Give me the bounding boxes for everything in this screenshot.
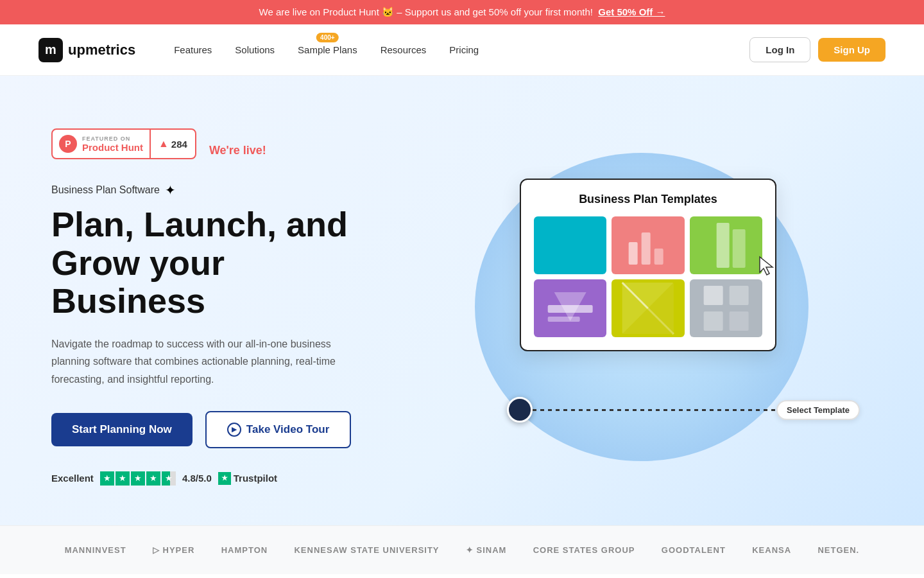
hero-heading: Plan, Launch, and Grow your Business xyxy=(51,206,424,320)
trustpilot-logo: ★ Trustpilot xyxy=(218,472,277,485)
svg-marker-15 xyxy=(760,257,773,275)
logo-hampton-text: HAMPTON xyxy=(221,545,268,555)
trust-rating: 4.8/5.0 xyxy=(182,473,212,484)
star-5: ★ xyxy=(162,471,176,486)
hero-section: P FEATURED ON Product Hunt ▲ 284 We're l… xyxy=(0,76,924,525)
hero-illustration: Business Plan Templates xyxy=(488,153,809,461)
ph-text: FEATURED ON Product Hunt xyxy=(82,136,143,153)
logo-hyper: ▷ HYPER xyxy=(153,545,194,555)
nav-resources[interactable]: Resources xyxy=(381,44,427,55)
hero-left: P FEATURED ON Product Hunt ▲ 284 We're l… xyxy=(51,128,424,486)
trustpilot-text: Trustpilot xyxy=(234,473,277,484)
star-2: ★ xyxy=(116,471,130,486)
trust-row: Excellent ★ ★ ★ ★ ★ 4.8/5.0 ★ Trustpilot xyxy=(51,471,424,486)
logo-kennesaw-text: KENNESAW STATE UNIVERSITY xyxy=(294,545,439,555)
video-tour-label: Take Video Tour xyxy=(246,423,329,436)
template-card-title: Business Plan Templates xyxy=(534,193,762,206)
promo-banner: We are live on Product Hunt 🐱 – Support … xyxy=(0,0,924,24)
template-lime[interactable] xyxy=(612,279,684,337)
star-4: ★ xyxy=(146,471,160,486)
svg-rect-11 xyxy=(703,286,723,305)
logo-hampton: HAMPTON xyxy=(221,545,268,555)
logo-manninvest: MANNINVEST xyxy=(65,545,126,555)
svg-rect-2 xyxy=(654,249,663,265)
svg-rect-3 xyxy=(716,223,729,268)
signup-button[interactable]: Sign Up xyxy=(818,38,886,62)
we-live-text: We're live! xyxy=(209,144,266,157)
nav-links: Features Solutions 400+ Sample Plans Res… xyxy=(174,44,749,56)
sample-plans-badge: 400+ xyxy=(316,33,339,42)
hero-heading-line1: Plan, Launch, and Grow your xyxy=(51,205,348,281)
template-card: Business Plan Templates xyxy=(520,179,776,351)
video-tour-button[interactable]: ▶ Take Video Tour xyxy=(205,411,351,448)
main-nav: m upmetrics Features Solutions 400+ Samp… xyxy=(0,24,924,76)
ph-row: P FEATURED ON Product Hunt ▲ 284 We're l… xyxy=(51,128,424,172)
template-teal[interactable] xyxy=(534,216,606,274)
logo-icon: m xyxy=(38,38,63,62)
logo-sinam: ✦ SINAM xyxy=(466,545,507,555)
svg-rect-1 xyxy=(642,232,651,265)
svg-rect-12 xyxy=(729,286,748,305)
ph-badge-right: ▲ 284 xyxy=(151,133,195,155)
logo-netgen: Netgen. xyxy=(817,545,859,555)
ph-arrow-icon: ▲ xyxy=(158,138,169,150)
ph-badge: P FEATURED ON Product Hunt ▲ 284 xyxy=(51,128,196,159)
logo-core-states: CORE STATES GROUP xyxy=(533,545,635,555)
nav-sample-plans[interactable]: Sample Plans xyxy=(298,44,357,55)
logo-text: upmetrics xyxy=(68,42,135,58)
start-planning-button[interactable]: Start Planning Now xyxy=(51,413,193,446)
play-icon: ▶ xyxy=(227,423,241,437)
nav-solutions[interactable]: Solutions xyxy=(235,44,275,55)
star-3: ★ xyxy=(131,471,145,486)
hero-description: Navigate the roadmap to success with our… xyxy=(51,335,372,388)
subtitle-line: Business Plan Software ✦ xyxy=(51,182,424,198)
hero-heading-line2: Business xyxy=(51,281,205,320)
template-gray[interactable] xyxy=(690,279,762,337)
template-purple[interactable] xyxy=(534,279,606,337)
logo-keansa: Keansa xyxy=(752,545,791,555)
ph-name: Product Hunt xyxy=(82,142,143,153)
template-grid xyxy=(534,216,762,337)
ph-featured-label: FEATURED ON xyxy=(82,136,143,142)
logo-link[interactable]: m upmetrics xyxy=(38,38,135,62)
logo-core-states-text: CORE STATES GROUP xyxy=(533,545,635,555)
logo-netgen-text: Netgen. xyxy=(817,545,859,555)
trust-stars: ★ ★ ★ ★ ★ xyxy=(100,471,176,486)
nav-buttons: Log In Sign Up xyxy=(749,37,886,62)
cta-row: Start Planning Now ▶ Take Video Tour xyxy=(51,411,424,448)
subtitle-text: Business Plan Software xyxy=(51,184,160,196)
template-pink[interactable] xyxy=(612,216,684,274)
select-line xyxy=(533,409,776,411)
select-template-label[interactable]: Select Template xyxy=(776,400,860,420)
ph-icon: P xyxy=(59,135,77,153)
banner-text: We are live on Product Hunt 🐱 – Support … xyxy=(259,6,593,17)
logos-bar: MANNINVEST ▷ HYPER HAMPTON KENNESAW STAT… xyxy=(0,525,924,574)
svg-rect-14 xyxy=(729,311,748,331)
logo-goodtalent-text: goodtalent xyxy=(662,545,726,555)
trust-excellent: Excellent xyxy=(51,473,94,484)
sparkle-icon: ✦ xyxy=(165,182,176,198)
tp-star-icon: ★ xyxy=(218,472,231,485)
banner-cta[interactable]: Get 50% Off → xyxy=(598,6,665,17)
logo-manninvest-text: MANNINVEST xyxy=(65,545,126,555)
logo-kennesaw: KENNESAW STATE UNIVERSITY xyxy=(294,545,439,555)
ph-badge-left: P FEATURED ON Product Hunt xyxy=(53,130,151,158)
logo-hyper-text: ▷ HYPER xyxy=(153,545,194,555)
logo-keansa-text: Keansa xyxy=(752,545,791,555)
select-template-bar: Select Template xyxy=(507,397,860,423)
hero-right: Business Plan Templates xyxy=(424,153,873,461)
svg-rect-4 xyxy=(732,229,745,268)
login-button[interactable]: Log In xyxy=(749,37,810,62)
nav-features[interactable]: Features xyxy=(174,44,212,55)
svg-rect-6 xyxy=(548,317,580,322)
star-1: ★ xyxy=(100,471,114,486)
logo-goodtalent: goodtalent xyxy=(662,545,726,555)
template-green[interactable] xyxy=(690,216,762,274)
nav-pricing[interactable]: Pricing xyxy=(449,44,479,55)
svg-rect-13 xyxy=(703,311,723,331)
cursor-icon xyxy=(758,256,776,281)
select-dot xyxy=(507,397,533,423)
logo-sinam-text: ✦ SINAM xyxy=(466,545,507,555)
svg-rect-0 xyxy=(629,242,638,265)
ph-count: 284 xyxy=(171,139,187,150)
